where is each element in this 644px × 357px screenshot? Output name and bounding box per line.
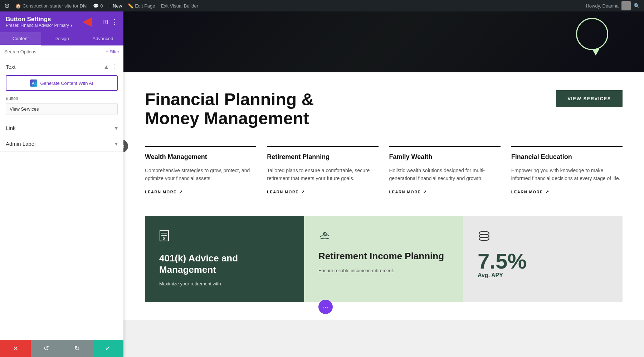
undo-button[interactable]: ↺ xyxy=(31,340,62,357)
service-title-4: Financial Education xyxy=(511,153,623,161)
svg-text:$: $ xyxy=(324,232,326,236)
red-arrow-indicator: ◀ xyxy=(82,14,92,29)
site-name-bar[interactable]: 🏠 Construction starter site for Divi xyxy=(15,3,87,9)
arrow-icon: ↗ xyxy=(423,189,427,194)
sidebar-header: Button Settings Preset: Financial Adviso… xyxy=(0,11,123,32)
chat-floating-button[interactable]: ··· xyxy=(318,300,333,314)
button-text-input[interactable] xyxy=(6,103,118,115)
chevron-down-icon: ▾ xyxy=(70,23,73,28)
document-dollar-icon: $ xyxy=(159,230,290,246)
sidebar-panel: Button Settings Preset: Financial Adviso… xyxy=(0,11,123,357)
ai-generate-button[interactable]: AI Generate Content With AI xyxy=(6,75,118,91)
main-content: Financial Planning & Money Management VI… xyxy=(123,0,644,357)
more-options-icon[interactable]: ⋮ xyxy=(111,18,118,26)
card-title-401k: 401(k) Advice and Management xyxy=(159,253,290,275)
button-field-label: Button xyxy=(0,96,123,103)
learn-more-4[interactable]: LEARN MORE ↗ xyxy=(511,189,623,194)
service-card-wealth: Wealth Management Comprehensive strategi… xyxy=(145,146,256,195)
tab-design[interactable]: Design xyxy=(41,32,82,45)
avatar xyxy=(621,1,631,10)
service-card-education: Financial Education Empowering you with … xyxy=(511,146,623,195)
services-grid: Wealth Management Comprehensive strategi… xyxy=(145,146,623,195)
page-content: Financial Planning & Money Management VI… xyxy=(123,72,644,320)
bottom-card-stat: 7.5% Avg. APY xyxy=(463,216,623,302)
bottom-card-income: $ Retirement Income Planning Ensure reli… xyxy=(304,216,463,302)
stat-number: 7.5% xyxy=(478,251,608,272)
service-card-family: Family Wealth Holistic wealth solutions … xyxy=(389,146,501,195)
link-section: Link ▾ xyxy=(0,120,123,136)
edit-page-bar[interactable]: ✏️ Edit Page xyxy=(128,3,155,9)
link-section-title: Link xyxy=(6,125,16,131)
arrow-icon: ↗ xyxy=(301,189,305,194)
service-title-2: Retirement Planning xyxy=(267,153,378,161)
save-button[interactable]: ✓ xyxy=(93,340,123,357)
learn-more-1[interactable]: LEARN MORE ↗ xyxy=(145,189,256,194)
search-input[interactable] xyxy=(4,49,103,54)
link-section-header[interactable]: Link ▾ xyxy=(0,120,123,136)
svg-text:$: $ xyxy=(163,236,165,240)
hero-section xyxy=(123,11,644,72)
search-icon[interactable]: 🔍 xyxy=(634,3,640,9)
exit-builder-bar[interactable]: Exit Visual Builder xyxy=(161,3,199,9)
responsive-icon[interactable]: ⊞ xyxy=(103,18,108,26)
learn-more-2[interactable]: LEARN MORE ↗ xyxy=(267,189,378,194)
redo-button[interactable]: ↻ xyxy=(62,340,93,357)
search-bar: + Filter xyxy=(0,45,123,58)
text-section: Text ▲ ⋮ AI Generate Content With AI But… xyxy=(0,58,123,120)
service-desc-4: Empowering you with knowledge to make in… xyxy=(511,167,623,183)
learn-more-3[interactable]: LEARN MORE ↗ xyxy=(389,189,501,194)
close-button[interactable]: ✕ xyxy=(0,340,31,357)
card-desc-income: Ensure reliable income in retirement. xyxy=(318,267,449,275)
section-more-icon[interactable]: ⋮ xyxy=(112,63,118,70)
comments-bar[interactable]: 💬 0 xyxy=(93,3,103,9)
chat-bubble-icon xyxy=(576,18,608,50)
new-bar[interactable]: + New xyxy=(109,3,122,9)
service-desc-1: Comprehensive strategies to grow, protec… xyxy=(145,167,256,183)
arrow-icon: ↗ xyxy=(179,189,183,194)
wp-logo-icon: ⊕ xyxy=(4,2,10,10)
sidebar-preset[interactable]: Preset: Financial Advisor Primary ▾ xyxy=(6,23,73,28)
chevron-up-icon: ▲ xyxy=(103,64,109,70)
service-desc-2: Tailored plans to ensure a comfortable, … xyxy=(267,167,378,183)
admin-label-title: Admin Label xyxy=(6,141,35,147)
page-main-title: Financial Planning & Money Management xyxy=(145,90,324,128)
text-section-title: Text xyxy=(6,64,16,70)
ai-icon: AI xyxy=(30,79,37,87)
sidebar-tabs: Content Design Advanced xyxy=(0,32,123,45)
service-desc-3: Holistic wealth solutions designed for m… xyxy=(389,167,501,183)
card-title-income: Retirement Income Planning xyxy=(318,251,449,262)
bottom-toolbar: ✕ ↺ ↻ ✓ xyxy=(0,340,123,357)
arrow-icon: ↗ xyxy=(545,189,550,194)
bottom-cards: $ 401(k) Advice and Management Maximize … xyxy=(145,216,623,302)
coins-stack-icon xyxy=(478,230,608,243)
page-top: Financial Planning & Money Management VI… xyxy=(145,90,623,128)
sidebar-header-icons: ⊞ ⋮ xyxy=(103,18,118,26)
admin-label-section: Admin Label ▾ xyxy=(0,136,123,152)
service-title-3: Family Wealth xyxy=(389,153,501,161)
stat-label: Avg. APY xyxy=(478,272,608,279)
hero-overlay xyxy=(123,11,644,72)
card-desc-401k: Maximize your retirement with xyxy=(159,280,290,288)
chevron-down-icon: ▾ xyxy=(115,140,118,147)
tab-content[interactable]: Content xyxy=(0,32,41,45)
howdy-bar: Howdy, Deanna 🔍 xyxy=(586,1,640,10)
view-services-button[interactable]: VIEW SERVICES xyxy=(556,90,623,107)
bottom-card-401k: $ 401(k) Advice and Management Maximize … xyxy=(145,216,304,302)
admin-label-section-header[interactable]: Admin Label ▾ xyxy=(0,136,123,151)
wp-admin-bar: ⊕ 🏠 Construction starter site for Divi 💬… xyxy=(0,0,644,11)
sidebar-title: Button Settings xyxy=(6,16,73,23)
chevron-down-icon: ▾ xyxy=(115,125,118,131)
filter-button[interactable]: + Filter xyxy=(106,49,119,54)
text-section-header[interactable]: Text ▲ ⋮ xyxy=(0,58,123,75)
hands-money-icon: $ xyxy=(318,230,449,243)
tab-advanced[interactable]: Advanced xyxy=(82,32,123,45)
service-title-1: Wealth Management xyxy=(145,153,256,161)
service-card-retirement: Retirement Planning Tailored plans to en… xyxy=(267,146,378,195)
wp-icon: 🏠 xyxy=(15,3,21,9)
